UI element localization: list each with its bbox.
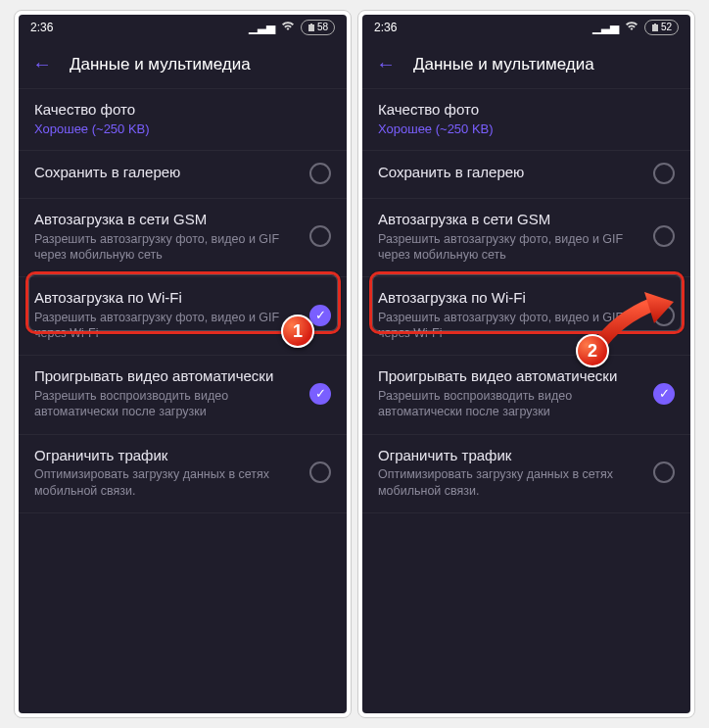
- back-arrow-icon[interactable]: ←: [376, 53, 396, 75]
- radio-autoload-wifi[interactable]: [653, 305, 675, 326]
- signal-icon: ▁▃▅: [249, 21, 275, 34]
- wifi-icon: [281, 21, 295, 34]
- page-title: Данные и мультимедиа: [413, 55, 594, 74]
- item-title: Сохранить в галерею: [34, 164, 302, 182]
- phone-frame-left: 2:36 ▁▃▅ 58 ← Данные и мультимедиа Качес…: [14, 10, 352, 718]
- item-limit-traffic[interactable]: Ограничить трафик Оптимизировать загрузк…: [362, 435, 690, 513]
- item-title: Автозагрузка по Wi-Fi: [378, 289, 645, 308]
- radio-autoload-gsm[interactable]: [653, 225, 675, 247]
- item-sub: Оптимизировать загрузку данных в сетях м…: [378, 466, 645, 499]
- battery-indicator: 58: [301, 20, 335, 35]
- status-time: 2:36: [374, 21, 397, 34]
- statusbar: 2:36 ▁▃▅ 52: [362, 15, 690, 40]
- step-badge-1: 1: [281, 315, 314, 348]
- item-value: Хорошее (~250 KB): [34, 121, 323, 136]
- item-value: Хорошее (~250 KB): [378, 121, 667, 136]
- back-arrow-icon[interactable]: ←: [32, 53, 52, 75]
- item-sub: Разрешить автозагрузку фото, видео и GIF…: [34, 310, 302, 342]
- status-time: 2:36: [30, 21, 53, 34]
- item-autoload-gsm[interactable]: Автозагрузка в сети GSM Разрешить автоза…: [362, 199, 690, 277]
- header: ← Данные и мультимедиа: [362, 40, 690, 89]
- radio-autoplay-video[interactable]: [653, 383, 675, 405]
- signal-icon: ▁▃▅: [592, 21, 619, 34]
- item-title: Ограничить трафик: [378, 447, 645, 465]
- phone-screen: 2:36 ▁▃▅ 58 ← Данные и мультимедиа Качес…: [19, 15, 347, 713]
- item-title: Качество фото: [378, 101, 667, 120]
- item-sub: Разрешить автозагрузку фото, видео и GIF…: [378, 231, 645, 264]
- radio-limit-traffic[interactable]: [309, 461, 331, 483]
- phone-frame-right: 2:36 ▁▃▅ 52 ← Данные и мультимедиа Качес…: [357, 10, 695, 718]
- item-title: Качество фото: [34, 101, 323, 120]
- item-autoplay-video[interactable]: Проигрывать видео автоматически Разрешит…: [19, 356, 347, 434]
- item-save-gallery[interactable]: Сохранить в галерею: [19, 151, 347, 199]
- radio-save-gallery[interactable]: [653, 163, 675, 184]
- item-sub: Разрешить воспроизводить видео автоматич…: [34, 388, 302, 420]
- item-autoload-wifi[interactable]: Автозагрузка по Wi-Fi Разрешить автозагр…: [362, 277, 690, 356]
- header: ← Данные и мультимедиа: [19, 40, 347, 89]
- item-limit-traffic[interactable]: Ограничить трафик Оптимизировать загрузк…: [19, 435, 347, 513]
- battery-indicator: 52: [644, 20, 679, 35]
- item-title: Автозагрузка в сети GSM: [378, 211, 645, 229]
- status-right: ▁▃▅ 58: [249, 20, 335, 35]
- radio-autoplay-video[interactable]: [309, 383, 331, 405]
- step-badge-2: 2: [576, 334, 609, 367]
- item-photo-quality[interactable]: Качество фото Хорошее (~250 KB): [19, 89, 347, 151]
- item-photo-quality[interactable]: Качество фото Хорошее (~250 KB): [362, 89, 690, 151]
- wifi-icon: [625, 21, 638, 34]
- phone-screen: 2:36 ▁▃▅ 52 ← Данные и мультимедиа Качес…: [362, 15, 690, 713]
- item-sub: Разрешить автозагрузку фото, видео и GIF…: [378, 310, 645, 342]
- status-right: ▁▃▅ 52: [592, 20, 679, 35]
- item-save-gallery[interactable]: Сохранить в галерею: [362, 151, 690, 199]
- page-title: Данные и мультимедиа: [70, 55, 251, 74]
- item-title: Ограничить трафик: [34, 447, 302, 465]
- item-sub: Разрешить воспроизводить видео автоматич…: [378, 388, 645, 420]
- item-title: Проигрывать видео автоматически: [378, 367, 645, 386]
- item-autoload-gsm[interactable]: Автозагрузка в сети GSM Разрешить автоза…: [19, 199, 347, 277]
- item-autoplay-video[interactable]: Проигрывать видео автоматически Разрешит…: [362, 356, 690, 434]
- item-title: Автозагрузка в сети GSM: [34, 211, 302, 229]
- item-title: Сохранить в галерею: [378, 164, 645, 182]
- item-title: Проигрывать видео автоматически: [34, 367, 302, 386]
- radio-autoload-wifi[interactable]: [309, 305, 331, 326]
- item-sub: Разрешить автозагрузку фото, видео и GIF…: [34, 231, 302, 264]
- item-title: Автозагрузка по Wi-Fi: [34, 289, 302, 308]
- statusbar: 2:36 ▁▃▅ 58: [19, 15, 347, 40]
- radio-save-gallery[interactable]: [309, 163, 331, 184]
- radio-autoload-gsm[interactable]: [309, 225, 331, 247]
- radio-limit-traffic[interactable]: [653, 461, 675, 483]
- item-sub: Оптимизировать загрузку данных в сетях м…: [34, 466, 302, 499]
